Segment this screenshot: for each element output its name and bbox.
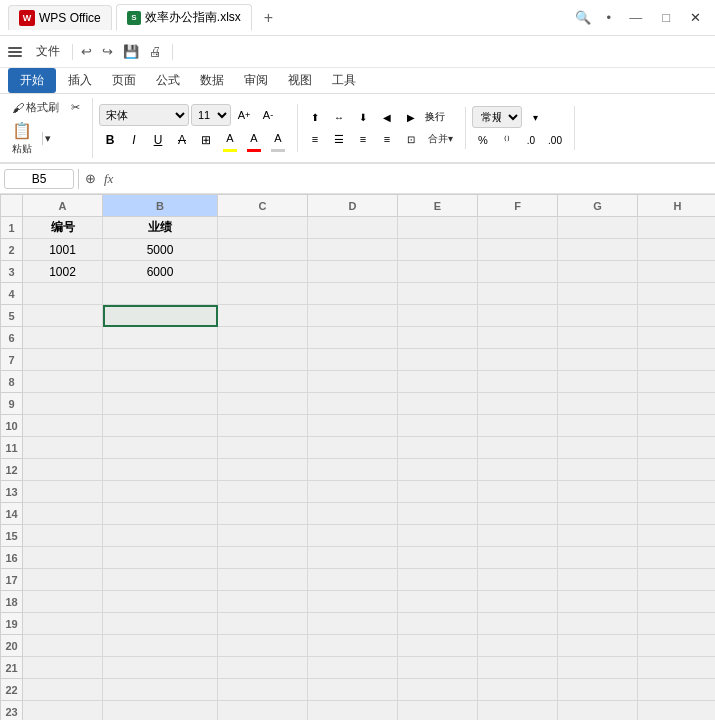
indent-inc-button[interactable]: ▶ [400,107,422,127]
table-row[interactable] [478,525,558,547]
tab-review[interactable]: 审阅 [234,68,278,93]
table-row[interactable] [398,525,478,547]
wrap-text-button[interactable]: 换行 [424,107,446,127]
table-row[interactable] [398,635,478,657]
table-row[interactable] [398,569,478,591]
table-row[interactable] [638,569,716,591]
font-size-dec-button[interactable]: A- [257,105,279,125]
table-row[interactable] [218,305,308,327]
table-row[interactable] [638,701,716,721]
row-header-1[interactable]: 1 [1,217,23,239]
table-row[interactable] [218,327,308,349]
table-row[interactable] [23,371,103,393]
table-row[interactable] [218,591,308,613]
table-row[interactable] [478,635,558,657]
table-row[interactable] [23,569,103,591]
table-row[interactable] [558,371,638,393]
table-row[interactable] [103,613,218,635]
table-row[interactable] [218,613,308,635]
table-row[interactable] [558,679,638,701]
table-row[interactable] [478,327,558,349]
table-row[interactable] [478,481,558,503]
row-header-13[interactable]: 13 [1,481,23,503]
table-row[interactable] [478,415,558,437]
table-row[interactable] [103,393,218,415]
table-row[interactable] [103,459,218,481]
font-size-select[interactable]: 11 10 12 14 [191,104,231,126]
table-row[interactable] [558,547,638,569]
font-name-select[interactable]: 宋体 微软雅黑 黑体 [99,104,189,126]
table-row[interactable] [398,547,478,569]
table-row[interactable] [23,525,103,547]
strikethrough-button[interactable]: A [171,130,193,150]
table-row[interactable] [478,613,558,635]
table-row[interactable] [218,437,308,459]
table-row[interactable] [478,679,558,701]
table-row[interactable] [398,261,478,283]
table-row[interactable] [638,305,716,327]
row-header-2[interactable]: 2 [1,239,23,261]
col-header-d[interactable]: D [308,195,398,217]
table-row[interactable] [398,349,478,371]
table-row[interactable] [23,635,103,657]
menu-file[interactable]: 文件 [28,39,68,64]
table-row[interactable] [558,261,638,283]
table-row[interactable]: 6000 [103,261,218,283]
table-row[interactable] [103,591,218,613]
col-header-e[interactable]: E [398,195,478,217]
table-row[interactable] [308,459,398,481]
table-row[interactable] [308,327,398,349]
table-row[interactable] [218,415,308,437]
merge-dropdown-button[interactable]: 合并▾ [424,130,457,148]
table-row[interactable] [478,261,558,283]
table-row[interactable] [478,239,558,261]
table-row[interactable] [218,349,308,371]
table-row[interactable] [638,459,716,481]
table-row[interactable] [398,591,478,613]
row-header-3[interactable]: 3 [1,261,23,283]
border-button[interactable]: ⊞ [195,130,217,150]
table-row[interactable] [478,349,558,371]
row-header-5[interactable]: 5 [1,305,23,327]
table-row[interactable] [478,657,558,679]
row-header-7[interactable]: 7 [1,349,23,371]
align-justify-button[interactable]: ≡ [376,129,398,149]
fill-color-button[interactable]: A [219,128,241,148]
table-row[interactable] [308,437,398,459]
zoom-formula-icon[interactable]: ⊕ [83,169,98,188]
row-header-22[interactable]: 22 [1,679,23,701]
table-row[interactable] [638,261,716,283]
table-row[interactable] [103,371,218,393]
table-row[interactable] [558,437,638,459]
table-row[interactable] [23,701,103,721]
table-row[interactable] [558,569,638,591]
font-size-inc-button[interactable]: A+ [233,105,255,125]
row-header-12[interactable]: 12 [1,459,23,481]
table-row[interactable] [23,481,103,503]
table-row[interactable] [103,657,218,679]
table-row[interactable] [398,305,478,327]
table-row[interactable] [478,503,558,525]
table-row[interactable] [638,525,716,547]
table-row[interactable] [398,679,478,701]
table-row[interactable] [478,569,558,591]
table-row[interactable] [103,415,218,437]
row-header-21[interactable]: 21 [1,657,23,679]
paste-button[interactable]: 📋 粘贴 [8,119,36,158]
table-row[interactable] [23,393,103,415]
formula-input[interactable] [119,170,711,188]
table-row[interactable] [218,393,308,415]
table-row[interactable] [638,217,716,239]
table-row[interactable] [558,591,638,613]
table-row[interactable] [558,657,638,679]
table-row[interactable] [218,261,308,283]
table-row[interactable] [398,437,478,459]
table-row[interactable] [638,547,716,569]
table-row[interactable] [103,503,218,525]
table-row[interactable] [218,283,308,305]
number-format-select[interactable]: 常规 数字 货币 日期 百分比 [472,106,522,128]
table-row[interactable] [103,349,218,371]
table-row[interactable] [398,371,478,393]
italic-button[interactable]: I [123,130,145,150]
row-header-18[interactable]: 18 [1,591,23,613]
